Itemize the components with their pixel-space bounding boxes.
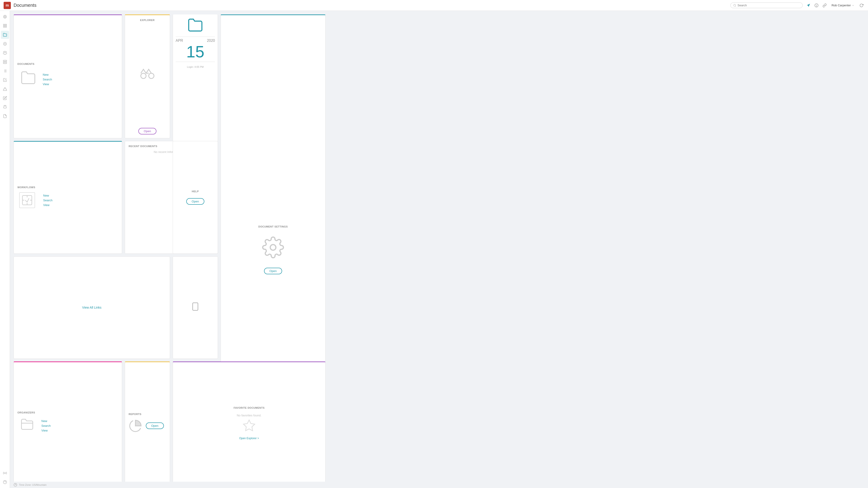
favorites-card-title: FAVORITE DOCUMENTS [234,406,265,409]
sidebar-item-learning[interactable] [1,49,9,57]
sidebar-item-tasks[interactable] [1,40,9,48]
sidebar-item-edit[interactable] [1,94,9,102]
sidebar-item-documents[interactable] [1,31,9,39]
sidebar-item-dashboard[interactable] [1,22,9,30]
organizers-card: ORGANIZERS New Search View [13,361,122,484]
gear-icon [262,236,284,262]
help-card: HELP Open [173,141,218,254]
sidebar-item-home[interactable] [1,13,9,21]
sidebar-item-cabinet[interactable] [1,58,9,66]
sidebar-item-report[interactable] [1,112,9,120]
svg-point-6 [4,16,6,18]
warning-icon [3,87,7,91]
mobile-card [173,256,218,359]
document-settings-open-button[interactable]: Open [264,268,282,274]
main-content: DOCUMENTS New Search View EXPLORER [10,11,329,488]
workflows-card: WORKFLOWS New Search View [13,141,122,254]
plus-icon [3,42,7,46]
svg-point-38 [270,245,276,250]
reports-card-title: REPORTS [129,413,166,416]
question-icon [3,480,7,484]
list-icon [3,69,7,73]
help-open-button[interactable]: Open [186,198,204,205]
help-icon[interactable] [13,483,17,487]
tools-icon [3,471,7,475]
svg-rect-9 [5,24,6,25]
graduation-icon [3,51,7,55]
favorites-empty-text: No favorites found. [237,414,261,417]
svg-point-36 [149,73,154,78]
documents-card-title: DOCUMENTS [18,63,118,65]
footer: Time Zone: US/Mountain [10,482,329,488]
open-explorer-link[interactable]: Open Explorer > [239,437,259,440]
home-icon [3,15,7,19]
svg-marker-43 [243,420,255,431]
organizers-folder-icon [19,418,35,434]
calendar-month-year: APR 2020 [176,39,215,43]
svg-point-35 [141,73,146,78]
calendar-day: 15 [186,43,204,60]
pie-chart-icon [129,419,142,433]
sidebar-item-help[interactable] [1,478,9,486]
binoculars-icon [138,67,156,86]
app-logo: m [4,2,11,9]
sidebar [0,11,10,488]
lab-icon [3,105,7,109]
checklist-icon [3,78,7,82]
documents-folder-icon [19,70,37,89]
documents-card: DOCUMENTS New Search View [13,14,122,138]
sidebar-item-tools[interactable] [1,469,9,477]
svg-rect-10 [3,26,4,27]
calendar-month: APR [176,39,183,43]
workflows-actions: New Search View [43,194,53,207]
edit-icon [3,96,7,100]
svg-point-32 [4,473,5,474]
workflows-search-link[interactable]: Search [43,199,53,202]
sidebar-item-checklist[interactable] [1,76,9,84]
workflows-view-link[interactable]: View [43,203,53,207]
workflow-icon [19,192,35,208]
sidebar-item-list[interactable] [1,67,9,75]
footer-timezone: Time Zone: US/Mountain [19,484,46,486]
sidebar-item-lab[interactable] [1,103,9,111]
sidebar-item-warning[interactable] [1,85,9,93]
cabinet-icon [3,60,7,64]
svg-marker-15 [3,51,6,53]
svg-point-7 [3,15,6,18]
documents-view-link[interactable]: View [43,83,52,86]
organizers-actions: New Search View [41,419,51,432]
explorer-card-title: EXPLORER [140,19,155,22]
workflows-card-title: WORKFLOWS [18,186,118,189]
organizers-new-link[interactable]: New [41,419,51,423]
document-settings-title: DOCUMENT SETTINGS [258,225,288,228]
page-title: Documents [13,3,36,8]
view-all-links-link[interactable]: View All Links [82,306,101,309]
explorer-open-button[interactable]: Open [138,128,156,134]
documents-new-link[interactable]: New [43,73,52,76]
calendar-year: 2020 [207,39,215,43]
report-icon [3,114,7,118]
workflows-new-link[interactable]: New [43,194,53,197]
explorer-card: EXPLORER Open [125,14,170,138]
view-all-links-card: View All Links [13,256,170,359]
organizers-card-title: ORGANIZERS [18,411,118,414]
grid-icon [3,24,7,28]
calendar-folder-icon [186,17,204,33]
svg-rect-8 [3,24,4,25]
reports-card: REPORTS Open [125,361,170,484]
reports-open-button[interactable]: Open [146,422,164,429]
calendar-login: Login: 4:05 PM [187,66,204,68]
folder-icon [3,33,7,37]
documents-search-link[interactable]: Search [43,78,52,81]
navbar: m Documents Rob Carpenter [0,0,329,11]
documents-actions: New Search View [43,73,52,86]
svg-rect-11 [5,26,6,27]
organizers-view-link[interactable]: View [41,429,51,432]
help-card-title: HELP [192,190,199,193]
mobile-icon [191,301,200,314]
organizers-search-link[interactable]: Search [41,424,51,427]
favorites-icon [242,419,256,435]
favorites-card: FAVORITE DOCUMENTS No favorites found. O… [173,361,326,484]
